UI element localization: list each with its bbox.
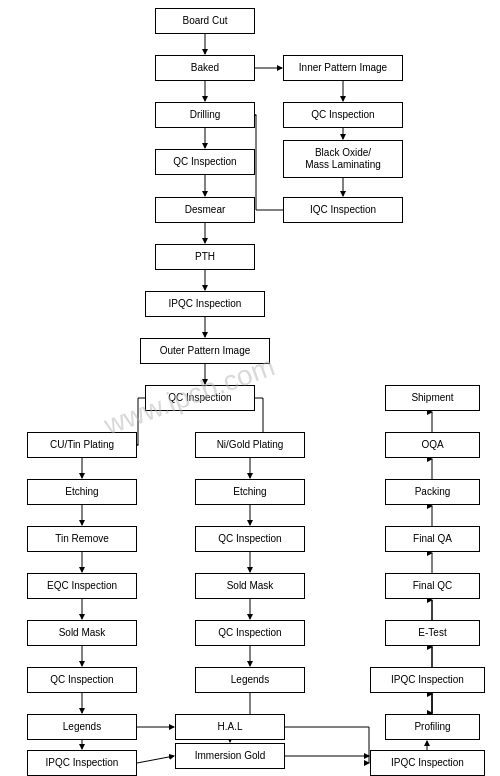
etching1: Etching xyxy=(27,479,137,505)
ipqc-insp1: IPQC Inspection xyxy=(145,291,265,317)
cu-tin: CU/Tin Plating xyxy=(27,432,137,458)
legends2: Legends xyxy=(195,667,305,693)
pth: PTH xyxy=(155,244,255,270)
ipqc-insp2: IPQC Inspection xyxy=(370,667,485,693)
qc-insp4: QC Inspection xyxy=(195,526,305,552)
sold-mask2: Sold Mask xyxy=(195,573,305,599)
tin-remove: Tin Remove xyxy=(27,526,137,552)
qc-insp3: QC Inspection xyxy=(145,385,255,411)
immersion-gold: Immersion Gold xyxy=(175,743,285,769)
inner-pattern: Inner Pattern Image xyxy=(283,55,403,81)
flowchart: Board CutBakedInner Pattern ImageDrillin… xyxy=(0,0,500,776)
svg-line-41 xyxy=(137,756,174,763)
iqc-insp: IQC Inspection xyxy=(283,197,403,223)
final-qa: Final QA xyxy=(385,526,480,552)
profiling: Profiling xyxy=(385,714,480,740)
oqa: OQA xyxy=(385,432,480,458)
qc-insp5: QC Inspection xyxy=(195,620,305,646)
ipqc-insp4: IPQC Inspection xyxy=(370,750,485,776)
hal: H.A.L xyxy=(175,714,285,740)
desmear: Desmear xyxy=(155,197,255,223)
qc-insp6: QC Inspection xyxy=(27,667,137,693)
black-oxide: Black Oxide/Mass Laminating xyxy=(283,140,403,178)
qc-insp1: QC Inspection xyxy=(283,102,403,128)
shipment: Shipment xyxy=(385,385,480,411)
ipqc-insp3: IPQC Inspection xyxy=(27,750,137,776)
ni-gold: Ni/Gold Plating xyxy=(195,432,305,458)
qc-insp2: QC Inspection xyxy=(155,149,255,175)
baked: Baked xyxy=(155,55,255,81)
final-qc: Final QC xyxy=(385,573,480,599)
packing: Packing xyxy=(385,479,480,505)
etest: E-Test xyxy=(385,620,480,646)
drilling: Drilling xyxy=(155,102,255,128)
legends1: Legends xyxy=(27,714,137,740)
eqc-insp: EQC Inspection xyxy=(27,573,137,599)
board-cut: Board Cut xyxy=(155,8,255,34)
sold-mask1: Sold Mask xyxy=(27,620,137,646)
etching2: Etching xyxy=(195,479,305,505)
outer-pattern: Outer Pattern Image xyxy=(140,338,270,364)
